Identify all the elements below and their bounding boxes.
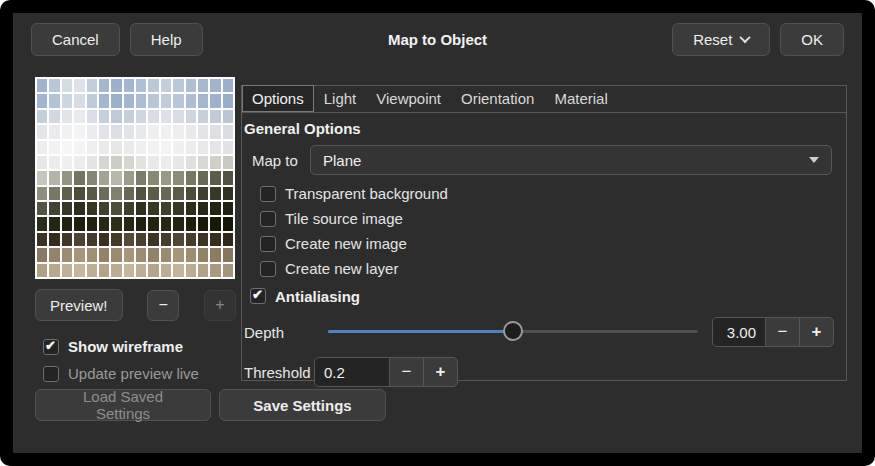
preview-cell — [186, 233, 196, 246]
preview-cell — [223, 264, 233, 277]
preview-cell — [74, 125, 84, 138]
preview-cell — [124, 156, 134, 169]
tab-material[interactable]: Material — [544, 85, 617, 112]
cancel-button[interactable]: Cancel — [31, 23, 120, 56]
preview-cell — [49, 79, 59, 92]
preview-cell — [136, 125, 146, 138]
depth-slider-handle[interactable] — [503, 321, 523, 341]
create-new-layer-checkbox[interactable] — [260, 261, 276, 277]
preview-cell — [173, 156, 183, 169]
help-button[interactable]: Help — [130, 23, 203, 56]
preview-cell — [148, 202, 158, 215]
tile-source-image-checkbox[interactable] — [260, 211, 276, 227]
tile-source-image-row[interactable]: Tile source image — [260, 206, 846, 231]
preview-cell — [99, 94, 109, 107]
threshold-spin-buttons: − + — [390, 357, 458, 387]
preview-cell — [87, 110, 97, 123]
preview-cell — [37, 125, 47, 138]
preview-cell — [99, 217, 109, 230]
zoom-out-button[interactable]: − — [147, 290, 179, 321]
show-wireframe-checkbox-row[interactable]: Show wireframe — [43, 338, 183, 355]
preview-cell — [161, 202, 171, 215]
preview-button[interactable]: Preview! — [35, 289, 123, 321]
map-to-dropdown[interactable]: Plane — [310, 145, 832, 175]
preview-cell — [161, 125, 171, 138]
threshold-row: Threshold 0.2 − + — [244, 356, 834, 388]
preview-cell — [173, 79, 183, 92]
ok-button[interactable]: OK — [780, 23, 844, 56]
preview-cell — [49, 233, 59, 246]
preview-cell — [198, 156, 208, 169]
preview-cell — [124, 110, 134, 123]
show-wireframe-checkbox[interactable] — [43, 339, 59, 355]
threshold-increment-button[interactable]: + — [423, 357, 458, 387]
preview-cell — [173, 171, 183, 184]
tab-options[interactable]: Options — [242, 85, 314, 112]
tab-viewpoint[interactable]: Viewpoint — [366, 85, 451, 112]
preview-cell — [186, 248, 196, 261]
preview-cell — [198, 141, 208, 154]
antialiasing-label: Antialiasing — [275, 288, 360, 305]
preview-cell — [62, 264, 72, 277]
show-wireframe-label: Show wireframe — [68, 338, 183, 355]
preview-cell — [198, 264, 208, 277]
transparent-background-label: Transparent background — [285, 185, 448, 202]
preview-cell — [210, 141, 220, 154]
preview-cell — [223, 202, 233, 215]
preview-cell — [186, 141, 196, 154]
preview-cell — [99, 248, 109, 261]
preview-cell — [99, 125, 109, 138]
preview-cell — [49, 156, 59, 169]
preview-cell — [148, 233, 158, 246]
threshold-decrement-button[interactable]: − — [389, 357, 424, 387]
preview-cell — [136, 141, 146, 154]
depth-value-field[interactable]: 3.00 — [712, 317, 766, 347]
tab-light[interactable]: Light — [314, 85, 367, 112]
preview-cell — [136, 94, 146, 107]
preview-cell — [124, 187, 134, 200]
chevron-down-icon — [740, 32, 751, 43]
options-notebook: Options Light Viewpoint Orientation Mate… — [241, 85, 847, 381]
preview-cell — [74, 264, 84, 277]
preview-cell — [37, 110, 47, 123]
update-preview-live-checkbox-row[interactable]: Update preview live — [43, 365, 199, 382]
preview-cell — [186, 264, 196, 277]
preview-cell — [210, 94, 220, 107]
threshold-value-field[interactable]: 0.2 — [314, 357, 390, 387]
reset-dropdown-button[interactable]: Reset — [672, 23, 770, 56]
antialiasing-row[interactable]: Antialiasing — [250, 283, 846, 309]
create-new-image-checkbox[interactable] — [260, 236, 276, 252]
tab-orientation[interactable]: Orientation — [451, 85, 544, 112]
update-preview-live-checkbox[interactable] — [43, 366, 59, 382]
create-new-image-row[interactable]: Create new image — [260, 231, 846, 256]
preview-cell — [198, 110, 208, 123]
preview-cell — [186, 171, 196, 184]
preview-cell — [161, 141, 171, 154]
depth-increment-button[interactable]: + — [799, 317, 834, 347]
preview-cell — [161, 94, 171, 107]
preview-cell — [198, 171, 208, 184]
preview-cell — [124, 202, 134, 215]
depth-decrement-button[interactable]: − — [765, 317, 800, 347]
preview-cell — [87, 217, 97, 230]
save-settings-button[interactable]: Save Settings — [219, 389, 386, 421]
preview-cell — [173, 141, 183, 154]
preview-cell — [99, 156, 109, 169]
preview-cell — [198, 94, 208, 107]
transparent-background-row[interactable]: Transparent background — [260, 181, 846, 206]
preview-cell — [111, 233, 121, 246]
dropdown-arrow-icon — [809, 157, 819, 163]
transparent-background-checkbox[interactable] — [260, 186, 276, 202]
preview-cell — [198, 202, 208, 215]
preview-cell — [62, 202, 72, 215]
antialiasing-checkbox[interactable] — [250, 288, 266, 304]
preview-cell — [198, 79, 208, 92]
preview-cell — [210, 233, 220, 246]
preview-cell — [161, 248, 171, 261]
depth-slider[interactable] — [328, 321, 698, 343]
preview-cell — [173, 125, 183, 138]
create-new-layer-row[interactable]: Create new layer — [260, 256, 846, 281]
preview-image[interactable] — [35, 77, 235, 279]
preview-cell — [136, 110, 146, 123]
preview-cell — [198, 248, 208, 261]
